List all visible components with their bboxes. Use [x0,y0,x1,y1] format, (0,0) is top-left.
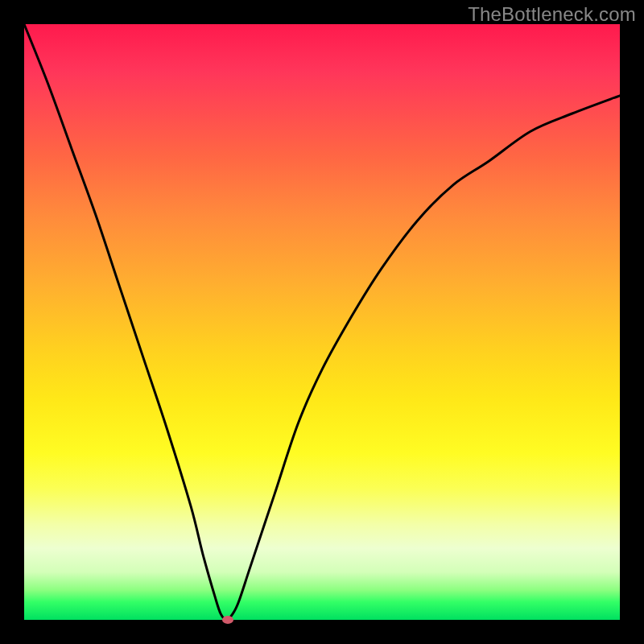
chart-plot-area [24,24,620,620]
watermark-text: TheBottleneck.com [468,3,636,26]
curve-svg [24,24,620,620]
bottleneck-curve-path [24,24,620,620]
minimum-marker-dot [222,616,233,624]
